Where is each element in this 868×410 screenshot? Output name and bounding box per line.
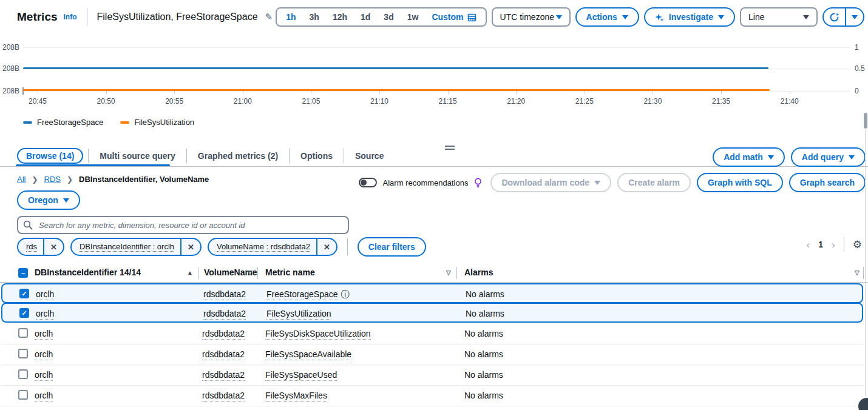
time-range-custom[interactable]: Custom [425,10,483,24]
table-row[interactable]: orclhrdsdbdata2FileSysSpaceUsedNo alarms [1,365,863,386]
cell-metric-name[interactable]: FileSysDiskSpaceUtilization [265,329,371,338]
x-axis-tick-label: 21:35 [712,97,730,106]
sort-icon[interactable]: ▽ [446,269,451,276]
tab-source[interactable]: Source [344,149,395,163]
add-math-button[interactable]: Add math [713,147,785,167]
table-settings-gear-icon[interactable]: ⚙ [853,238,862,251]
row-checkbox[interactable] [18,390,28,400]
panel-resize-handle[interactable] [445,146,455,152]
search-input[interactable] [17,216,349,234]
cell-alarms: No alarms [464,370,503,380]
refresh-options-button[interactable] [846,8,863,25]
legend-label: FileSysUtilization [134,118,194,127]
previous-page-button[interactable]: ‹ [807,240,810,250]
legend-item-freestoragespace[interactable]: FreeStorageSpace [23,118,103,127]
cell-metric-name[interactable]: FreeStorageSpaceⓘ [266,289,350,300]
cell-db-instance[interactable]: orclh [35,370,53,380]
time-range-1h[interactable]: 1h [279,10,302,24]
time-range-12h[interactable]: 12h [326,10,354,24]
sort-icon[interactable]: ▽ [855,269,860,276]
column-header-metric-name[interactable]: Metric name [265,267,315,277]
cell-db-instance[interactable]: orclh [35,391,53,400]
investigate-button[interactable]: Investigate [644,7,735,27]
x-axis-tick-mark [585,91,585,94]
scrollbar-thumb[interactable] [864,113,867,129]
info-link[interactable]: Info [64,13,77,21]
tab-graphed-metrics-2[interactable]: Graphed metrics (2) [187,149,289,163]
download-alarm-code-button[interactable]: Download alarm code [490,173,611,192]
create-alarm-button[interactable]: Create alarm [617,173,691,192]
cell-metric-name[interactable]: FileSysSpaceAvailable [265,349,351,359]
filter-chip-label[interactable]: rds [18,239,43,255]
time-range-3h[interactable]: 3h [303,10,326,24]
y-axis-tick [22,87,24,95]
table-row[interactable]: orclhrdsdbdata2FileSysDiskSpaceUtilizati… [1,324,863,344]
remove-filter-icon[interactable]: ✕ [181,239,200,255]
cell-db-instance[interactable]: orclh [36,309,54,318]
series-line-filesysutilization[interactable] [23,89,770,91]
column-header-alarms[interactable]: Alarms [464,267,493,277]
cell-volume[interactable]: rdsdbdata2 [202,370,245,380]
x-axis-tick-mark [311,91,311,94]
row-checkbox[interactable] [18,369,28,379]
remove-filter-icon[interactable]: ✕ [317,239,336,255]
cell-db-instance[interactable]: orclh [35,349,53,359]
region-selector: Oregon [17,190,80,210]
filter-chip-label[interactable]: VolumeName : rdsdbdata2 [209,239,316,255]
row-checkbox-checked[interactable]: ✓ [19,308,29,318]
cell-volume[interactable]: rdsdbdata2 [203,309,246,318]
tab-multi-source-query[interactable]: Multi source query [89,149,186,163]
x-axis-tick-label: 21:05 [302,97,320,106]
graph-with-sql-button[interactable]: Graph with SQL [697,173,783,192]
tab-options[interactable]: Options [290,149,344,163]
breadcrumb-rds-link[interactable]: RDS [44,175,61,184]
cell-volume[interactable]: rdsdbdata2 [202,391,245,400]
table-row[interactable]: ✓orclhrdsdbdata2FileSysUtilizationNo ala… [1,303,863,323]
cell-db-instance[interactable]: orclh [36,289,54,299]
time-range-1d[interactable]: 1d [354,10,377,24]
next-page-button[interactable]: › [832,240,835,250]
clear-filters-button[interactable]: Clear filters [358,237,426,257]
table-row[interactable]: ✓orclhrdsdbdata2FreeStorageSpaceⓘNo alar… [1,283,863,303]
timezone-dropdown[interactable]: UTC timezone [492,7,571,27]
actions-button[interactable]: Actions [575,7,639,27]
tab-browse-14[interactable]: Browse (14) [17,148,83,164]
refresh-button[interactable] [824,8,845,25]
calendar-icon [467,13,476,22]
series-line-freestoragespace[interactable] [23,67,768,69]
time-range-3d[interactable]: 3d [377,10,400,24]
graph-search-button[interactable]: Graph search [789,173,866,192]
filter-chip-label[interactable]: DBInstanceIdentifier : orclh [72,239,180,255]
cell-volume[interactable]: rdsdbdata2 [202,349,245,359]
refresh-icon [829,12,839,22]
cell-volume[interactable]: rdsdbdata2 [203,289,246,299]
edit-graph-name-icon[interactable]: ✎ [265,12,273,22]
region-dropdown-button[interactable]: Oregon [17,190,80,210]
page-header: Metrics Info FileSysUtilization, FreeSto… [0,0,868,34]
cell-db-instance[interactable]: orclh [35,329,53,338]
column-header-dbinstanceidentifier[interactable]: DBInstanceIdentifier 14/14 [35,267,141,277]
table-row[interactable]: orclhrdsdbdata2FileSysSpaceAvailableNo a… [1,344,863,365]
cell-metric-name[interactable]: FileSysMaxFiles [265,391,327,400]
cell-metric-name[interactable]: FileSysUtilization [266,309,331,318]
download-alarm-code-label: Download alarm code [501,178,589,187]
row-checkbox[interactable] [18,328,28,338]
sort-icon[interactable]: ▽ [248,269,253,276]
graph-type-dropdown[interactable]: Line [740,7,818,27]
cell-metric-name[interactable]: FileSysSpaceUsed [265,370,337,380]
remove-filter-icon[interactable]: ✕ [44,239,63,255]
chevron-down-icon [594,181,600,185]
breadcrumb-all-link[interactable]: All [17,175,25,184]
row-checkbox-checked[interactable]: ✓ [19,289,29,298]
table-row[interactable]: orclhrdsdbdata2FileSysMaxFilesNo alarms [1,386,863,406]
legend-item-filesysutilization[interactable]: FileSysUtilization [120,118,194,127]
cell-volume[interactable]: rdsdbdata2 [202,329,245,338]
sort-ascending-icon[interactable]: ▲ [187,269,193,276]
alarm-recommendations-toggle[interactable] [359,178,377,187]
clear-filters-label: Clear filters [368,242,415,252]
time-range-1w[interactable]: 1w [401,10,426,24]
select-all-checkbox[interactable]: – [18,268,28,278]
add-query-button[interactable]: Add query [791,147,866,167]
info-icon[interactable]: ⓘ [341,289,350,299]
row-checkbox[interactable] [18,349,28,358]
